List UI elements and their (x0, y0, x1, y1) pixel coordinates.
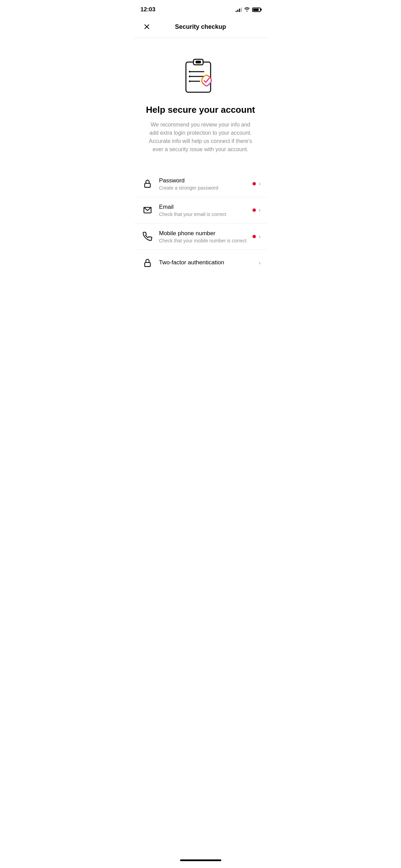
svg-rect-13 (144, 263, 150, 267)
password-subtitle: Create a stronger password (159, 185, 253, 191)
mobile-item[interactable]: Mobile phone number Check that your mobi… (134, 224, 268, 250)
email-icon (141, 203, 154, 217)
tfa-right: › (259, 260, 260, 266)
phone-icon (141, 230, 154, 243)
mobile-chevron-icon: › (259, 233, 260, 240)
mobile-title: Mobile phone number (159, 230, 253, 237)
svg-rect-11 (144, 183, 150, 188)
mobile-content: Mobile phone number Check that your mobi… (159, 230, 253, 243)
tfa-lock-icon (141, 256, 154, 270)
items-list: Password Create a stronger password › Em… (134, 164, 268, 283)
tfa-content: Two-factor authentication (159, 259, 259, 267)
status-icons (236, 7, 261, 13)
status-time: 12:03 (141, 6, 155, 13)
mobile-subtitle: Check that your mobile number is correct (159, 238, 253, 243)
email-title: Email (159, 204, 253, 210)
mobile-right: › (252, 233, 260, 240)
password-alert-dot (252, 182, 256, 185)
close-icon (143, 23, 150, 30)
svg-point-6 (189, 71, 190, 73)
status-bar: 12:03 (134, 0, 268, 17)
header: Security checkup (134, 17, 268, 38)
lock-icon (141, 177, 154, 191)
email-item[interactable]: Email Check that your email is correct › (134, 197, 268, 224)
password-chevron-icon: › (259, 181, 260, 187)
tfa-item[interactable]: Two-factor authentication › (134, 250, 268, 276)
svg-rect-4 (196, 61, 201, 63)
hero-description: We recommend you review your info and ad… (146, 121, 256, 154)
close-button[interactable] (141, 21, 153, 33)
svg-point-10 (189, 81, 190, 82)
email-chevron-icon: › (259, 207, 260, 213)
battery-icon (252, 8, 261, 12)
password-content: Password Create a stronger password (159, 177, 253, 191)
password-right: › (252, 181, 260, 187)
hero-illustration (178, 52, 223, 96)
tfa-chevron-icon: › (259, 260, 260, 266)
email-alert-dot (252, 208, 256, 212)
tfa-title: Two-factor authentication (159, 259, 259, 266)
password-item[interactable]: Password Create a stronger password › (134, 171, 268, 197)
wifi-icon (244, 7, 250, 13)
hero-title: Help secure your account (146, 105, 255, 115)
password-title: Password (159, 177, 253, 184)
email-right: › (252, 207, 260, 213)
svg-point-8 (189, 76, 190, 77)
mobile-alert-dot (252, 235, 256, 238)
header-title: Security checkup (175, 23, 226, 31)
email-subtitle: Check that your email is correct (159, 212, 253, 217)
hero-section: Help secure your account We recommend yo… (134, 38, 268, 160)
email-content: Email Check that your email is correct (159, 204, 253, 217)
signal-icon (236, 7, 242, 12)
